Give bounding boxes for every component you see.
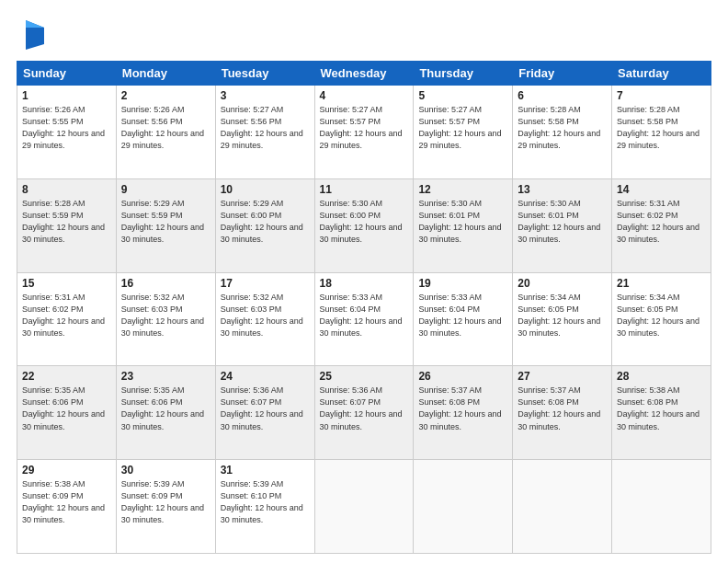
day-number: 23 <box>121 370 210 383</box>
day-number: 21 <box>617 277 706 290</box>
cell-info: Sunrise: 5:35 AM Sunset: 6:06 PM Dayligh… <box>22 385 111 432</box>
calendar-cell: 5Sunrise: 5:27 AM Sunset: 5:57 PM Daylig… <box>414 86 513 179</box>
logo <box>17 17 48 52</box>
calendar-cell: 12Sunrise: 5:30 AM Sunset: 6:01 PM Dayli… <box>414 178 513 272</box>
day-number: 5 <box>418 89 507 102</box>
cell-info: Sunrise: 5:38 AM Sunset: 6:08 PM Dayligh… <box>617 385 706 432</box>
calendar-week: 15Sunrise: 5:31 AM Sunset: 6:02 PM Dayli… <box>17 272 711 366</box>
cell-info: Sunrise: 5:27 AM Sunset: 5:57 PM Dayligh… <box>320 104 409 152</box>
cell-info: Sunrise: 5:33 AM Sunset: 6:04 PM Dayligh… <box>320 292 409 339</box>
cell-info: Sunrise: 5:30 AM Sunset: 6:01 PM Dayligh… <box>418 198 507 246</box>
cell-info: Sunrise: 5:33 AM Sunset: 6:04 PM Dayligh… <box>418 292 507 339</box>
cell-info: Sunrise: 5:30 AM Sunset: 6:01 PM Dayligh… <box>518 198 607 246</box>
calendar-cell: 11Sunrise: 5:30 AM Sunset: 6:00 PM Dayli… <box>314 178 414 272</box>
cell-info: Sunrise: 5:37 AM Sunset: 6:08 PM Dayligh… <box>418 385 507 432</box>
dow-header: Thursday <box>414 62 513 86</box>
dow-header: Wednesday <box>314 62 414 86</box>
day-number: 31 <box>221 464 310 477</box>
day-number: 28 <box>617 370 706 383</box>
calendar-cell: 28Sunrise: 5:38 AM Sunset: 6:08 PM Dayli… <box>612 366 711 460</box>
calendar-cell: 18Sunrise: 5:33 AM Sunset: 6:04 PM Dayli… <box>314 272 414 366</box>
logo-icon <box>18 18 48 52</box>
cell-info: Sunrise: 5:27 AM Sunset: 5:57 PM Dayligh… <box>418 104 507 152</box>
calendar-cell: 25Sunrise: 5:36 AM Sunset: 6:07 PM Dayli… <box>314 366 414 460</box>
day-number: 19 <box>418 277 507 290</box>
calendar-cell: 3Sunrise: 5:27 AM Sunset: 5:56 PM Daylig… <box>215 86 314 179</box>
calendar-cell: 6Sunrise: 5:28 AM Sunset: 5:58 PM Daylig… <box>513 86 612 179</box>
day-number: 27 <box>518 370 607 383</box>
day-number: 16 <box>121 277 210 290</box>
cell-info: Sunrise: 5:30 AM Sunset: 6:00 PM Dayligh… <box>320 198 409 246</box>
calendar-cell: 22Sunrise: 5:35 AM Sunset: 6:06 PM Dayli… <box>17 366 117 460</box>
cell-info: Sunrise: 5:32 AM Sunset: 6:03 PM Dayligh… <box>221 292 310 339</box>
day-number: 8 <box>22 183 111 196</box>
cell-info: Sunrise: 5:27 AM Sunset: 5:56 PM Dayligh… <box>221 104 310 152</box>
calendar-cell: 16Sunrise: 5:32 AM Sunset: 6:03 PM Dayli… <box>116 272 215 366</box>
calendar-cell: 8Sunrise: 5:28 AM Sunset: 5:59 PM Daylig… <box>17 178 117 272</box>
calendar-cell: 27Sunrise: 5:37 AM Sunset: 6:08 PM Dayli… <box>513 366 612 460</box>
cell-info: Sunrise: 5:35 AM Sunset: 6:06 PM Dayligh… <box>121 385 210 432</box>
day-number: 29 <box>22 464 111 477</box>
dow-header: Sunday <box>17 62 117 86</box>
calendar-cell: 13Sunrise: 5:30 AM Sunset: 6:01 PM Dayli… <box>513 178 612 272</box>
day-number: 18 <box>320 277 409 290</box>
calendar-cell: 9Sunrise: 5:29 AM Sunset: 5:59 PM Daylig… <box>116 178 215 272</box>
calendar-cell: 10Sunrise: 5:29 AM Sunset: 6:00 PM Dayli… <box>215 178 314 272</box>
dow-header: Tuesday <box>215 62 314 86</box>
day-number: 25 <box>320 370 409 383</box>
calendar-cell: 19Sunrise: 5:33 AM Sunset: 6:04 PM Dayli… <box>414 272 513 366</box>
cell-info: Sunrise: 5:36 AM Sunset: 6:07 PM Dayligh… <box>320 385 409 432</box>
calendar-week: 22Sunrise: 5:35 AM Sunset: 6:06 PM Dayli… <box>17 366 711 460</box>
cell-info: Sunrise: 5:34 AM Sunset: 6:05 PM Dayligh… <box>518 292 607 339</box>
calendar-cell <box>612 460 711 554</box>
day-number: 13 <box>518 183 607 196</box>
day-number: 9 <box>121 183 210 196</box>
calendar-cell: 26Sunrise: 5:37 AM Sunset: 6:08 PM Dayli… <box>414 366 513 460</box>
day-number: 11 <box>320 183 409 196</box>
day-number: 10 <box>221 183 310 196</box>
calendar-cell: 1Sunrise: 5:26 AM Sunset: 5:55 PM Daylig… <box>17 86 117 179</box>
cell-info: Sunrise: 5:31 AM Sunset: 6:02 PM Dayligh… <box>617 198 706 246</box>
cell-info: Sunrise: 5:29 AM Sunset: 5:59 PM Dayligh… <box>121 198 210 246</box>
calendar-cell: 29Sunrise: 5:38 AM Sunset: 6:09 PM Dayli… <box>17 460 117 554</box>
cell-info: Sunrise: 5:26 AM Sunset: 5:55 PM Dayligh… <box>22 104 111 152</box>
day-number: 17 <box>221 277 310 290</box>
day-number: 22 <box>22 370 111 383</box>
calendar-cell: 14Sunrise: 5:31 AM Sunset: 6:02 PM Dayli… <box>612 178 711 272</box>
calendar-cell: 17Sunrise: 5:32 AM Sunset: 6:03 PM Dayli… <box>215 272 314 366</box>
calendar-cell <box>513 460 612 554</box>
calendar-cell: 30Sunrise: 5:39 AM Sunset: 6:09 PM Dayli… <box>116 460 215 554</box>
page: SundayMondayTuesdayWednesdayThursdayFrid… <box>0 0 728 563</box>
calendar-cell: 4Sunrise: 5:27 AM Sunset: 5:57 PM Daylig… <box>314 86 414 179</box>
day-number: 24 <box>221 370 310 383</box>
dow-header: Friday <box>513 62 612 86</box>
cell-info: Sunrise: 5:34 AM Sunset: 6:05 PM Dayligh… <box>617 292 706 339</box>
dow-header: Saturday <box>612 62 711 86</box>
day-number: 7 <box>617 89 706 102</box>
calendar: SundayMondayTuesdayWednesdayThursdayFrid… <box>17 61 711 554</box>
dow-header: Monday <box>116 62 215 86</box>
calendar-cell: 20Sunrise: 5:34 AM Sunset: 6:05 PM Dayli… <box>513 272 612 366</box>
cell-info: Sunrise: 5:29 AM Sunset: 6:00 PM Dayligh… <box>221 198 310 246</box>
calendar-cell <box>414 460 513 554</box>
calendar-week: 1Sunrise: 5:26 AM Sunset: 5:55 PM Daylig… <box>17 86 711 179</box>
day-number: 12 <box>418 183 507 196</box>
day-number: 26 <box>418 370 507 383</box>
cell-info: Sunrise: 5:28 AM Sunset: 5:58 PM Dayligh… <box>518 104 607 152</box>
day-number: 30 <box>121 464 210 477</box>
day-number: 2 <box>121 89 210 102</box>
cell-info: Sunrise: 5:31 AM Sunset: 6:02 PM Dayligh… <box>22 292 111 339</box>
cell-info: Sunrise: 5:37 AM Sunset: 6:08 PM Dayligh… <box>518 385 607 432</box>
day-number: 1 <box>22 89 111 102</box>
calendar-cell: 23Sunrise: 5:35 AM Sunset: 6:06 PM Dayli… <box>116 366 215 460</box>
day-number: 14 <box>617 183 706 196</box>
day-number: 3 <box>221 89 310 102</box>
cell-info: Sunrise: 5:28 AM Sunset: 5:58 PM Dayligh… <box>617 104 706 152</box>
calendar-week: 8Sunrise: 5:28 AM Sunset: 5:59 PM Daylig… <box>17 178 711 272</box>
day-number: 20 <box>518 277 607 290</box>
header <box>17 17 711 52</box>
cell-info: Sunrise: 5:39 AM Sunset: 6:09 PM Dayligh… <box>121 478 210 526</box>
cell-info: Sunrise: 5:32 AM Sunset: 6:03 PM Dayligh… <box>121 292 210 339</box>
calendar-week: 29Sunrise: 5:38 AM Sunset: 6:09 PM Dayli… <box>17 460 711 554</box>
day-number: 6 <box>518 89 607 102</box>
